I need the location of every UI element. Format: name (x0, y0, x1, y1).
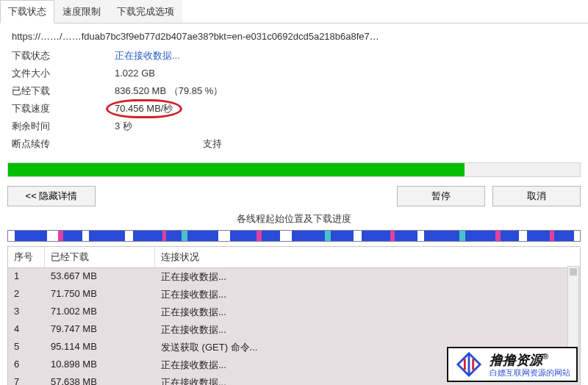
thread-segment (63, 231, 82, 241)
thread-section-title: 各线程起始位置及下载进度 (0, 212, 588, 226)
thread-segment (230, 231, 257, 241)
table-row[interactable]: 153.667 MB正在接收数据... (8, 268, 580, 286)
cell-conn: 正在接收数据... (155, 268, 580, 286)
scroll-thumb[interactable] (570, 268, 577, 276)
cell-downloaded: 95.114 MB (45, 339, 155, 356)
thread-segment (424, 231, 459, 241)
table-row[interactable]: 271.750 MB正在接收数据... (8, 286, 580, 303)
cell-idx: 3 (8, 303, 45, 321)
thread-segment (82, 231, 89, 241)
thread-segment (527, 231, 550, 241)
progress-fill (8, 163, 465, 176)
thread-segment (519, 231, 527, 241)
button-label: 暂停 (431, 190, 451, 201)
value-remaining: 3 秒 (115, 120, 576, 133)
thread-segment (331, 231, 354, 241)
tab-label: 下载完成选项 (117, 6, 174, 17)
label-size: 文件大小 (12, 67, 115, 80)
value-resume: 支持 (115, 137, 576, 151)
col-conn[interactable]: 连接状况 (155, 247, 580, 267)
thread-segment (325, 231, 331, 241)
pause-button[interactable]: 暂停 (397, 186, 485, 206)
tab-label: 速度限制 (62, 6, 101, 17)
thread-segment (395, 231, 417, 241)
watermark-logo-icon (454, 351, 484, 378)
thread-segment (362, 231, 390, 241)
value-status: 正在接收数据... (115, 49, 576, 62)
cell-idx: 1 (8, 268, 45, 286)
cell-idx: 4 (8, 321, 45, 339)
watermark-subtitle: 白嫖互联网资源的网站 (490, 368, 570, 377)
watermark-text: 撸撸资源® 白嫖互联网资源的网站 (490, 352, 570, 377)
table-row[interactable]: 479.747 MB正在接收数据... (8, 321, 580, 339)
thread-segment (280, 231, 292, 241)
label-downloaded: 已经下载 (12, 84, 115, 98)
thread-segment (292, 231, 325, 241)
registered-icon: ® (542, 352, 548, 361)
value-speed: 70.456 MB/秒 (115, 102, 576, 115)
label-resume: 断点续传 (12, 137, 115, 151)
tab-speed-limit[interactable]: 速度限制 (54, 0, 109, 23)
tab-bar: 下载状态 速度限制 下载完成选项 (0, 0, 588, 24)
cell-conn: 正在接收数据... (155, 321, 580, 339)
thread-segment (465, 231, 495, 241)
thread-segment (417, 231, 424, 241)
col-idx[interactable]: 序号 (8, 247, 45, 267)
download-url: https://……/……fduab7bc3f9eb77d2b407ae38?b… (12, 31, 576, 42)
cell-downloaded: 10.898 MB (45, 356, 155, 374)
table-row[interactable]: 371.002 MB正在接收数据... (8, 303, 580, 321)
thread-segment (262, 231, 280, 241)
tab-label: 下载状态 (8, 6, 46, 17)
table-header: 序号 已经下载 连接状况 (7, 246, 581, 268)
thread-segment (182, 231, 187, 241)
tab-download-status[interactable]: 下载状态 (0, 0, 54, 24)
thread-segment (354, 231, 362, 241)
cancel-button[interactable]: 取消 (492, 186, 581, 206)
cell-idx: 7 (8, 374, 45, 385)
thread-segment (495, 231, 501, 241)
cell-downloaded: 79.747 MB (45, 321, 155, 339)
thread-segment (8, 231, 15, 241)
thread-segment (218, 231, 230, 241)
button-row: << 隐藏详情 暂停 取消 (0, 181, 588, 209)
thread-segment (257, 231, 262, 241)
value-downloaded: 836.520 MB （79.85 %） (115, 84, 576, 98)
button-label: << 隐藏详情 (26, 190, 78, 201)
thread-segment (554, 231, 573, 241)
cell-downloaded: 57.638 MB (45, 374, 155, 385)
status-panel: https://……/……fduab7bc3f9eb77d2b407ae38?b… (0, 24, 588, 156)
hide-details-button[interactable]: << 隐藏详情 (7, 186, 96, 206)
cell-conn: 正在接收数据... (155, 303, 580, 321)
label-remaining: 剩余时间 (12, 120, 115, 133)
cell-downloaded: 53.667 MB (45, 268, 155, 286)
thread-progress-bar (7, 230, 581, 242)
progress-area (0, 156, 588, 181)
info-grid: 下载状态 正在接收数据... 文件大小 1.022 GB 已经下载 836.52… (12, 49, 576, 151)
speed-text: 70.456 MB/秒 (115, 103, 173, 114)
thread-segment (15, 231, 47, 241)
thread-segment (125, 231, 133, 241)
thread-segment (187, 231, 218, 241)
cell-idx: 2 (8, 286, 45, 303)
value-size: 1.022 GB (115, 68, 576, 79)
cell-idx: 6 (8, 356, 45, 374)
col-downloaded[interactable]: 已经下载 (45, 247, 155, 267)
label-speed: 下载速度 (12, 102, 115, 115)
thread-segment (166, 231, 182, 241)
thread-bar-wrap (0, 229, 588, 246)
thread-segment (501, 231, 519, 241)
tab-post-download[interactable]: 下载完成选项 (109, 0, 182, 23)
watermark-title: 撸撸资源 (490, 353, 542, 367)
label-status: 下载状态 (12, 49, 115, 62)
thread-segment (133, 231, 162, 241)
cell-idx: 5 (8, 339, 45, 356)
cell-conn: 正在接收数据... (155, 286, 580, 303)
progress-bar (7, 162, 581, 177)
button-label: 取消 (527, 190, 546, 201)
cell-downloaded: 71.002 MB (45, 303, 155, 321)
thread-segment (89, 231, 124, 241)
thread-segment (459, 231, 465, 241)
cell-downloaded: 71.750 MB (45, 286, 155, 303)
watermark: 撸撸资源® 白嫖互联网资源的网站 (447, 347, 578, 382)
thread-segment (47, 231, 59, 241)
